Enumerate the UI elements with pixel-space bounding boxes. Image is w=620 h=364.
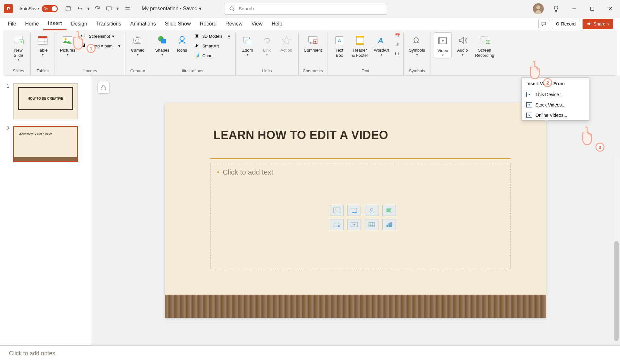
ribbon-group-tables: Table ▾ Tables	[31, 32, 55, 75]
avatar[interactable]	[533, 3, 544, 14]
redo-icon[interactable]	[92, 4, 102, 14]
object-icon[interactable]: ▢	[393, 50, 400, 56]
customize-qat-icon[interactable]	[122, 4, 133, 14]
svg-rect-28	[446, 38, 447, 44]
svg-rect-0	[66, 6, 70, 11]
tab-file[interactable]: File	[3, 17, 21, 30]
svg-rect-41	[388, 223, 390, 227]
close-icon[interactable]	[604, 3, 616, 15]
svg-point-35	[370, 208, 373, 211]
cameo-placeholder-icon[interactable]	[330, 219, 344, 230]
svg-rect-3	[591, 7, 594, 10]
annotation-hand-2: 2	[526, 59, 545, 81]
svg-text:Ω: Ω	[413, 36, 419, 45]
ribbon-group-media: Video▾ Audio▾ Screen Recording	[430, 32, 499, 75]
svg-rect-17	[246, 39, 252, 44]
chevron-down-icon[interactable]: ▾	[86, 4, 91, 14]
slide-thumbnail-2[interactable]: LEARN HOW TO EDIT A VIDEO	[13, 126, 78, 162]
minimize-icon[interactable]	[568, 3, 580, 15]
new-slide-button[interactable]: New Slide ▾	[10, 32, 27, 63]
table-button[interactable]: Table ▾	[34, 32, 51, 58]
search-box[interactable]	[224, 3, 387, 15]
record-button[interactable]: Record	[552, 19, 580, 29]
audio-button[interactable]: Audio▾	[454, 32, 471, 58]
zoom-button[interactable]: Zoom▾	[239, 32, 256, 58]
vertical-scrollbar[interactable]	[614, 156, 619, 298]
action-button[interactable]: Action	[278, 32, 295, 54]
chart-placeholder-icon[interactable]	[382, 219, 396, 230]
tab-slideshow[interactable]: Slide Show	[160, 17, 195, 30]
video-menu-this-device[interactable]: This Device...	[522, 89, 589, 100]
save-icon[interactable]	[63, 4, 73, 14]
lightbulb-icon[interactable]	[550, 3, 562, 15]
autosave-label: AutoSave	[19, 6, 39, 11]
ribbon-group-images: Pictures ▾ 🖵Screenshot ▾ 🖼Photo Album ▾ …	[55, 32, 126, 75]
screen-recording-button[interactable]: Screen Recording	[473, 32, 496, 59]
icons-placeholder-icon[interactable]	[365, 205, 378, 216]
stock-images-icon[interactable]	[330, 205, 344, 216]
tab-insert[interactable]: Insert	[43, 17, 67, 30]
icons-button[interactable]: Icons	[173, 32, 191, 54]
comments-pane-button[interactable]	[538, 19, 549, 29]
ribbon: New Slide ▾ Slides Table ▾ Tables Pictur…	[3, 30, 617, 76]
symbols-button[interactable]: ΩSymbols▾	[407, 32, 427, 58]
content-placeholder[interactable]: •Click to add text	[210, 163, 511, 269]
share-button[interactable]: Share▾	[583, 19, 613, 29]
slide-thumbnails: 1 HOW TO BE CREATIVE 2 LEARN HOW TO EDIT…	[0, 76, 91, 345]
slide-thumbnail-1[interactable]: HOW TO BE CREATIVE	[13, 83, 78, 119]
svg-rect-7	[38, 36, 47, 38]
placeholder-icons	[330, 205, 397, 230]
svg-point-37	[338, 225, 340, 227]
svg-text:A: A	[377, 36, 383, 45]
cameo-button[interactable]: Cameo ▾	[129, 32, 147, 58]
svg-point-2	[230, 7, 233, 10]
tab-help[interactable]: Help	[267, 17, 287, 30]
svg-rect-39	[369, 222, 375, 227]
header-footer-button[interactable]: Header & Footer	[350, 32, 370, 59]
tab-view[interactable]: View	[247, 17, 267, 30]
slide-number-icon[interactable]: #️	[393, 41, 400, 48]
present-icon[interactable]	[104, 4, 114, 14]
wordart-button[interactable]: AWordArt▾	[372, 32, 391, 58]
table-placeholder-icon[interactable]	[365, 219, 378, 230]
smartart-placeholder-icon[interactable]	[382, 205, 396, 216]
search-input[interactable]	[239, 6, 382, 11]
video-menu-online[interactable]: Online Videos...	[522, 110, 589, 120]
undo-icon[interactable]	[75, 4, 85, 14]
search-icon	[229, 6, 235, 12]
svg-rect-42	[390, 222, 392, 227]
smartart-button[interactable]: ⬗SmartArt	[193, 42, 232, 50]
document-title[interactable]: My presentation•Saved ▾	[142, 5, 202, 12]
comment-button[interactable]: Comment	[302, 32, 324, 54]
tab-record[interactable]: Record	[195, 17, 221, 30]
tab-transitions[interactable]: Transitions	[92, 17, 126, 30]
svg-rect-22	[356, 36, 364, 38]
textbox-button[interactable]: AText Box	[331, 32, 348, 59]
scroll-thumb[interactable]	[614, 241, 619, 341]
video-button[interactable]: Video▾	[434, 32, 452, 58]
notes-pane[interactable]: Click to add notes	[0, 345, 620, 364]
3d-models-button[interactable]: ▣3D Models ▾	[193, 32, 232, 40]
tab-home[interactable]: Home	[21, 17, 44, 30]
app-icon: P	[4, 4, 13, 13]
video-placeholder-icon[interactable]	[347, 219, 361, 230]
svg-text:A: A	[338, 38, 341, 43]
chevron-down-icon[interactable]: ▾	[115, 4, 120, 14]
autosave-toggle[interactable]: On	[42, 5, 58, 12]
svg-rect-14	[161, 39, 166, 43]
chart-button[interactable]: 📊Chart	[193, 52, 232, 59]
slide-canvas[interactable]: LEARN HOW TO EDIT A VIDEO •Click to add …	[165, 103, 546, 318]
link-button[interactable]: Link▾	[258, 32, 276, 58]
slide-title[interactable]: LEARN HOW TO EDIT A VIDEO	[213, 128, 388, 142]
video-menu-stock[interactable]: Stock Videos...	[522, 100, 589, 110]
shapes-button[interactable]: Shapes ▾	[153, 32, 171, 58]
pictures-icon[interactable]	[347, 205, 361, 216]
stock-video-icon	[526, 102, 532, 107]
maximize-icon[interactable]	[586, 3, 598, 15]
copilot-button[interactable]	[98, 82, 110, 94]
tab-animations[interactable]: Animations	[126, 17, 160, 30]
date-time-icon[interactable]: 📅	[393, 32, 400, 39]
svg-rect-27	[439, 38, 440, 44]
tab-design[interactable]: Design	[67, 17, 92, 30]
tab-review[interactable]: Review	[221, 17, 247, 30]
